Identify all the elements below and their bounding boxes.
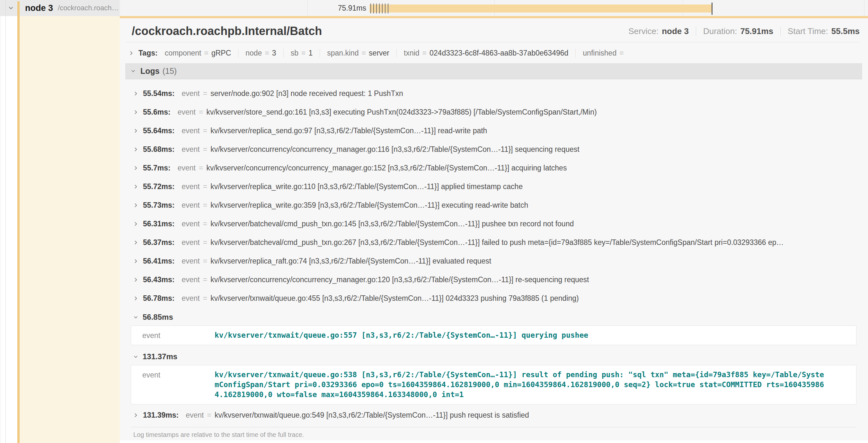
chevron-right-icon — [133, 240, 138, 245]
chevron-right-icon — [133, 109, 138, 115]
log-field-value: kv/kvserver/concurrency/concurrency_mana… — [210, 145, 579, 154]
tag-key: component — [165, 49, 202, 58]
log-detail-table: event kv/kvserver/txnwait/queue.go:557 [… — [131, 326, 857, 345]
tag-item: sb = 1 — [284, 49, 320, 58]
log-row[interactable]: 55.54ms: event = server/node.go:902 [n3]… — [125, 84, 862, 103]
tags-label: Tags: — [138, 49, 158, 58]
span-meta: Service: node 3 Duration: 75.91ms Start … — [628, 26, 860, 36]
chevron-down-icon[interactable] — [8, 5, 14, 11]
log-field-key: event — [182, 201, 199, 210]
span-detail-header: /cockroach.roachpb.Internal/Batch Servic… — [120, 18, 868, 38]
meta-separator — [696, 27, 696, 36]
equals-sign: = — [362, 49, 366, 58]
log-field-key: event — [182, 294, 199, 303]
log-field-value: kv/kvserver/batcheval/cmd_push_txn.go:26… — [210, 238, 783, 247]
start-time-value: 55.5ms — [831, 26, 860, 36]
log-timestamp: 56.85ms — [143, 313, 173, 322]
equals-sign: = — [619, 49, 623, 58]
log-row[interactable]: 55.64ms: event = kv/kvserver/replica_sen… — [125, 121, 862, 140]
page-title: /cockroach.roachpb.Internal/Batch — [132, 24, 322, 38]
log-timestamp: 56.31ms: — [143, 219, 175, 228]
equals-sign: = — [265, 49, 269, 58]
log-field-key: event — [142, 330, 215, 340]
equals-sign: = — [203, 182, 207, 191]
equals-sign: = — [301, 49, 306, 58]
log-row[interactable]: 56.41ms: event = kv/kvserver/replica_raf… — [125, 252, 862, 270]
log-timestamp: 131.37ms — [143, 352, 177, 361]
logs-section-header[interactable]: Logs (15) — [125, 63, 862, 79]
log-timestamp: 55.64ms: — [143, 127, 175, 135]
chevron-down-icon[interactable] — [130, 68, 136, 74]
log-timestamp: 56.43ms: — [143, 275, 175, 284]
log-field-value: kv/kvserver/txnwait/queue.go:549 [n3,s3,… — [215, 411, 529, 419]
log-list: 55.54ms: event = server/node.go:902 [n3]… — [120, 79, 868, 439]
log-field-value: kv/kvserver/txnwait/queue.go:455 [n3,s3,… — [210, 294, 579, 303]
tag-item: unfinished = — [576, 49, 633, 58]
log-field-value: kv/kvserver/concurrency/concurrency_mana… — [210, 275, 589, 284]
log-field-value: kv/kvserver/batcheval/cmd_push_txn.go:14… — [210, 219, 574, 228]
log-row-expanded-header[interactable]: 56.85ms — [125, 310, 862, 324]
span-row[interactable]: node 3 /cockroach.roach… 75.91ms — [0, 0, 868, 16]
chevron-right-icon — [133, 147, 138, 152]
log-timestamp: 56.78ms: — [143, 294, 175, 303]
log-field-key: event — [182, 127, 199, 135]
tag-value: 3 — [272, 49, 276, 58]
tags-toggle-row[interactable]: Tags: component = gRPC node = 3 sb = 1 s… — [120, 42, 868, 58]
log-field-value: kv/kvserver/replica_write.go:359 [n3,s3,… — [210, 201, 528, 210]
log-field-key: event — [182, 219, 199, 228]
tag-key: sb — [291, 49, 299, 58]
log-row[interactable]: 131.39ms: event = kv/kvserver/txnwait/qu… — [125, 406, 862, 424]
log-row-expanded-header[interactable]: 131.37ms — [125, 349, 862, 364]
equals-sign: = — [203, 219, 207, 228]
log-row[interactable]: 56.37ms: event = kv/kvserver/batcheval/c… — [125, 233, 862, 252]
span-detail-panel: /cockroach.roachpb.Internal/Batch Servic… — [120, 16, 868, 440]
span-duration-bar[interactable] — [369, 4, 712, 12]
log-field-key: event — [182, 238, 199, 247]
log-field-value: kv/kvserver/txnwait/queue.go:538 [n3,s3,… — [215, 370, 825, 400]
equals-sign: = — [203, 201, 207, 210]
equals-sign: = — [203, 257, 207, 266]
equals-sign: = — [199, 108, 203, 116]
log-field-value: kv/kvserver/replica_raft.go:74 [n3,s3,r6… — [210, 257, 491, 266]
log-field-key: event — [178, 164, 196, 172]
tag-item: node = 3 — [238, 49, 283, 58]
log-field-key: event — [182, 257, 199, 266]
log-row[interactable]: 55.7ms: event = kv/kvserver/concurrency/… — [125, 159, 862, 177]
log-field-value: server/node.go:902 [n3] node received re… — [210, 89, 403, 98]
log-row[interactable]: 56.78ms: event = kv/kvserver/txnwait/que… — [125, 289, 862, 308]
tag-value: 1 — [308, 49, 313, 58]
duration-label: Duration: — [703, 26, 737, 36]
log-row[interactable]: 55.68ms: event = kv/kvserver/concurrency… — [125, 140, 862, 159]
log-row[interactable]: 55.6ms: event = kv/kvserver/store_send.g… — [125, 103, 862, 121]
equals-sign: = — [423, 49, 427, 58]
log-timestamp: 56.37ms: — [143, 238, 175, 247]
log-row[interactable]: 56.31ms: event = kv/kvserver/batcheval/c… — [125, 214, 862, 233]
log-timestamp: 55.54ms: — [143, 89, 175, 98]
service-value: node 3 — [662, 26, 689, 36]
tag-key: node — [245, 49, 262, 58]
log-timestamp: 55.68ms: — [143, 145, 175, 154]
span-end-marker — [712, 3, 713, 15]
log-timestamp: 131.39ms: — [143, 411, 179, 419]
chevron-right-icon — [133, 184, 138, 190]
timeline-gridline — [307, 0, 308, 16]
log-row[interactable]: 55.72ms: event = kv/kvserver/replica_wri… — [125, 177, 862, 196]
equals-sign: = — [203, 275, 207, 284]
log-row[interactable]: 55.73ms: event = kv/kvserver/replica_wri… — [125, 196, 862, 214]
equals-sign: = — [203, 89, 207, 98]
tag-value: server — [369, 49, 389, 58]
chevron-right-icon[interactable] — [128, 50, 134, 56]
log-field-value: kv/kvserver/concurrency/concurrency_mana… — [206, 164, 567, 172]
tree-indent-guide — [5, 0, 6, 443]
tag-key: span.kind — [327, 49, 359, 58]
log-row[interactable]: 56.43ms: event = kv/kvserver/concurrency… — [125, 270, 862, 289]
duration-value: 75.91ms — [740, 26, 773, 36]
logs-count: (15) — [162, 66, 177, 76]
equals-sign: = — [204, 49, 208, 58]
span-service-name: node 3 — [25, 3, 53, 13]
meta-separator — [780, 27, 781, 36]
log-field-key: event — [182, 89, 199, 98]
equals-sign: = — [199, 164, 203, 172]
logs-footer-note: Log timestamps are relative to the start… — [131, 427, 857, 439]
log-field-value: kv/kvserver/replica_send.go:97 [n3,s3,r6… — [210, 127, 487, 135]
